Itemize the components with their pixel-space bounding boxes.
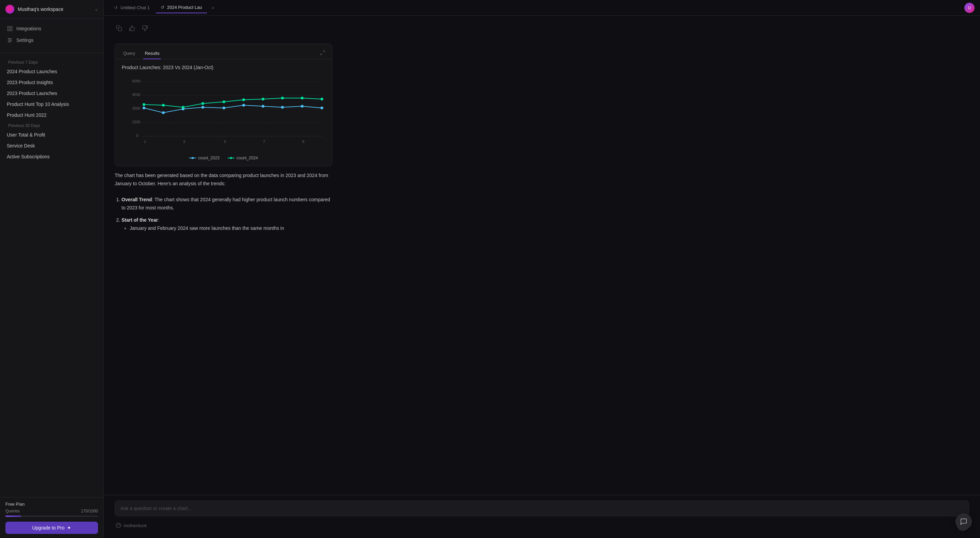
expand-button[interactable] <box>320 50 325 57</box>
legend-line-2024-icon <box>228 156 234 160</box>
motherduck-brand: motherduck <box>115 522 147 528</box>
svg-text:3: 3 <box>183 140 185 144</box>
copy-button[interactable] <box>115 24 124 34</box>
chart-body: Product Launches: 2023 Vs 2024 (Jan-Oct)… <box>115 59 332 166</box>
chart-dot-2023-10 <box>321 107 323 109</box>
chart-dot-2024-7 <box>262 98 264 101</box>
tab-untitled-chat-1[interactable]: ↺ Untitled Chat 1 <box>109 2 154 13</box>
tab-add-button[interactable]: + <box>208 3 218 13</box>
svg-point-8 <box>8 38 10 39</box>
sidebar-footer: Free Plan Queries 170/1000 Upgrade to Pr… <box>0 497 103 538</box>
sidebar-item-2024-product-launches[interactable]: 2024 Product Launches <box>3 66 101 77</box>
sidebar-item-2023-product-insights[interactable]: 2023 Product Insights <box>3 77 101 88</box>
svg-text:1500: 1500 <box>132 120 140 124</box>
chart-dot-2023-5 <box>223 107 225 109</box>
chart-card: Query Results Product Launches: 2023 Vs … <box>115 43 332 166</box>
analysis-intro: The chart has been generated based on th… <box>115 172 332 188</box>
thumbs-up-button[interactable] <box>127 24 137 34</box>
sidebar-item-2023-product-launches[interactable]: 2023 Product Launches <box>3 88 101 99</box>
results-tab[interactable]: Results <box>143 48 161 59</box>
chart-dot-2024-8 <box>281 97 284 99</box>
chart-dot-2024-9 <box>301 97 304 99</box>
analysis-text: The chart has been generated based on th… <box>115 172 332 237</box>
svg-point-9 <box>10 40 11 41</box>
svg-text:3000: 3000 <box>132 106 140 110</box>
svg-point-30 <box>230 157 232 159</box>
tab-2-label: 2024 Product Lau <box>167 5 202 10</box>
svg-text:7: 7 <box>263 140 265 144</box>
queries-progress-bar <box>5 516 98 517</box>
svg-point-10 <box>8 41 10 42</box>
chart-svg-container: .grid-line { stroke: #2a2a2e; stroke-wid… <box>122 76 325 152</box>
float-chat-button[interactable] <box>956 514 972 530</box>
analysis-bullets: January and February 2024 saw more launc… <box>121 224 332 233</box>
sidebar-divider <box>0 53 103 53</box>
settings-label: Settings <box>16 37 34 43</box>
analysis-list: Overall Trend: The chart shows that 2024… <box>115 196 332 232</box>
legend-2024-label: count_2024 <box>237 156 258 160</box>
sidebar-item-product-hunt-2022[interactable]: Product Hunt 2022 <box>3 110 101 121</box>
chart-dot-2023-4 <box>202 106 204 109</box>
section-label-30days: Previous 30 Days <box>3 121 101 129</box>
chart-dot-2023-7 <box>262 105 264 108</box>
svg-rect-2 <box>11 26 12 28</box>
settings-icon <box>7 37 13 43</box>
nav-item-integrations[interactable]: Integrations <box>3 23 101 34</box>
chat-input[interactable] <box>121 506 963 511</box>
legend-count-2023: count_2023 <box>189 156 220 160</box>
section-label-7days: Previous 7 Days <box>3 57 101 66</box>
chart-dot-2024-6 <box>242 98 245 101</box>
analysis-bullet-1: January and February 2024 saw more launc… <box>130 224 332 233</box>
sidebar-nav: Integrations Settings <box>0 19 103 50</box>
sidebar: Musthaq's workspace ⌄ Integrations Setti… <box>0 0 104 538</box>
user-avatar[interactable]: U <box>964 3 975 13</box>
motherduck-icon <box>115 522 121 528</box>
float-chat-icon <box>960 518 967 525</box>
svg-text:5: 5 <box>224 140 226 144</box>
upgrade-to-pro-button[interactable]: Upgrade to Pro ✦ <box>5 522 98 534</box>
tab-1-refresh-icon: ↺ <box>114 5 118 10</box>
thumbs-down-button[interactable] <box>140 24 150 34</box>
input-area: motherduck → <box>104 495 980 538</box>
chevron-down-icon: ⌄ <box>95 7 98 11</box>
chart-tabs: Query Results <box>115 44 332 59</box>
overall-trend-title: Overall Trend <box>121 197 152 202</box>
sidebar-item-service-desk[interactable]: Service Desk <box>3 140 101 151</box>
svg-rect-4 <box>11 29 12 31</box>
queries-count: 170/1000 <box>81 509 98 514</box>
svg-point-28 <box>192 157 194 159</box>
sidebar-header[interactable]: Musthaq's workspace ⌄ <box>0 0 103 19</box>
chart-dot-2024-10 <box>321 98 323 101</box>
message-actions <box>115 24 969 34</box>
sidebar-item-active-subscriptions[interactable]: Active Subscriptions <box>3 151 101 162</box>
tabs-bar: ↺ Untitled Chat 1 ↺ 2024 Product Lau + U <box>104 0 980 16</box>
svg-rect-3 <box>8 29 9 31</box>
tab-2024-product-launches[interactable]: ↺ 2024 Product Lau <box>156 2 207 13</box>
input-footer: motherduck → <box>115 516 969 531</box>
chart-dot-2024-2 <box>162 104 165 107</box>
chart-dot-2023-1 <box>143 107 145 109</box>
start-year-title: Start of the Year <box>121 217 158 223</box>
chart-dot-2024-5 <box>223 101 225 103</box>
legend-line-2023-icon <box>189 156 196 160</box>
motherduck-label: motherduck <box>124 523 147 528</box>
queries-progress-fill <box>5 516 21 517</box>
chart-title: Product Launches: 2023 Vs 2024 (Jan-Oct) <box>122 65 325 70</box>
analysis-point-1: Overall Trend: The chart shows that 2024… <box>121 196 332 212</box>
query-tab[interactable]: Query <box>122 48 137 59</box>
queries-label: Queries <box>5 509 20 514</box>
chart-svg: .grid-line { stroke: #2a2a2e; stroke-wid… <box>122 76 326 150</box>
chart-dot-2023-2 <box>162 111 165 114</box>
svg-rect-1 <box>8 26 9 28</box>
chat-list: Previous 7 Days 2024 Product Launches 20… <box>0 56 103 497</box>
integrations-icon <box>7 26 13 32</box>
chart-dot-2023-6 <box>242 104 245 107</box>
chat-area: Query Results Product Launches: 2023 Vs … <box>104 16 980 495</box>
nav-item-settings[interactable]: Settings <box>3 34 101 46</box>
analysis-point-2: Start of the Year: January and February … <box>121 216 332 233</box>
input-box <box>115 501 969 516</box>
sidebar-item-product-hunt-top10[interactable]: Product Hunt Top 10 Analysis <box>3 99 101 110</box>
integrations-label: Integrations <box>16 26 41 31</box>
chart-dot-2024-3 <box>182 106 185 109</box>
sidebar-item-user-total-profit[interactable]: User Total & Profit <box>3 129 101 140</box>
